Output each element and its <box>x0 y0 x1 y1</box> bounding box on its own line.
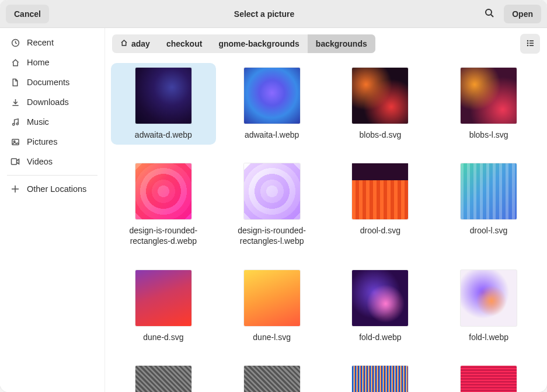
file-item[interactable] <box>328 361 433 392</box>
file-thumbnail <box>135 68 191 124</box>
svg-point-10 <box>527 40 529 41</box>
svg-point-12 <box>527 42 529 44</box>
search-icon <box>485 8 494 19</box>
sidebar-item-documents[interactable]: Documents <box>0 72 104 92</box>
file-item[interactable] <box>111 361 216 392</box>
file-item[interactable] <box>220 361 325 392</box>
file-thumbnail <box>352 163 408 219</box>
file-thumbnail <box>244 270 300 326</box>
breadcrumb: adaycheckoutgnome-backgroundsbackgrounds <box>112 34 375 53</box>
file-name: design-is-rounded-rectangles-l.webp <box>225 225 319 246</box>
breadcrumb-label: aday <box>131 39 150 48</box>
file-item[interactable]: fold-l.webp <box>436 265 541 347</box>
file-item[interactable] <box>436 361 541 392</box>
sidebar-item-label: Documents <box>27 78 69 87</box>
file-name: design-is-rounded-rectangles-d.webp <box>117 225 210 246</box>
sidebar-item-label: Recent <box>27 38 54 47</box>
file-name: blobs-d.svg <box>360 130 402 140</box>
file-thumbnail <box>461 366 517 392</box>
file-thumbnail <box>135 366 191 392</box>
breadcrumb-segment[interactable]: checkout <box>158 34 210 53</box>
breadcrumb-segment[interactable]: backgrounds <box>308 34 375 53</box>
file-item[interactable]: dune-l.svg <box>220 265 325 347</box>
videos-icon <box>11 157 20 166</box>
file-thumbnail <box>352 366 408 392</box>
file-item[interactable]: design-is-rounded-rectangles-l.webp <box>220 159 325 251</box>
clock-icon <box>11 38 20 47</box>
main-panel: adaycheckoutgnome-backgroundsbackgrounds… <box>105 28 547 392</box>
file-thumbnail <box>352 68 408 124</box>
file-name: drool-d.svg <box>360 225 400 236</box>
file-name: dune-l.svg <box>253 332 291 342</box>
file-grid[interactable]: adwaita-d.webpadwaita-l.webpblobs-d.svgb… <box>105 60 547 392</box>
sidebar-item-recent[interactable]: Recent <box>0 33 104 52</box>
home-icon <box>11 58 20 67</box>
file-item[interactable]: fold-d.webp <box>328 265 433 347</box>
downloads-icon <box>11 97 20 107</box>
svg-point-3 <box>12 123 14 125</box>
file-thumbnail <box>135 163 191 219</box>
svg-point-0 <box>486 9 492 15</box>
svg-rect-15 <box>529 45 534 46</box>
file-item[interactable]: drool-l.svg <box>436 159 541 251</box>
places-sidebar: RecentHomeDocumentsDownloadsMusicPicture… <box>0 28 105 392</box>
music-icon <box>11 117 20 127</box>
file-name: fold-d.webp <box>359 332 401 342</box>
file-thumbnail <box>352 270 408 326</box>
file-item[interactable]: blobs-d.svg <box>328 63 433 145</box>
documents-icon <box>11 78 20 87</box>
file-thumbnail <box>461 270 517 326</box>
list-view-icon <box>526 39 534 49</box>
file-name: adwaita-l.webp <box>245 130 299 140</box>
file-thumbnail <box>461 163 517 219</box>
plus-icon <box>11 184 20 194</box>
window-title: Select a picture <box>54 9 475 19</box>
file-item[interactable]: dune-d.svg <box>111 265 216 347</box>
svg-rect-11 <box>529 40 534 41</box>
sidebar-item-pictures[interactable]: Pictures <box>0 132 104 152</box>
svg-point-14 <box>527 44 529 46</box>
file-name: adwaita-d.webp <box>135 130 192 140</box>
file-name: blobs-l.svg <box>469 130 508 140</box>
body: RecentHomeDocumentsDownloadsMusicPicture… <box>0 28 547 392</box>
file-thumbnail <box>244 366 300 392</box>
file-item[interactable]: blobs-l.svg <box>436 63 541 145</box>
file-name: dune-d.svg <box>143 332 183 342</box>
open-button[interactable]: Open <box>504 5 541 23</box>
cancel-button[interactable]: Cancel <box>6 5 49 23</box>
file-item[interactable]: adwaita-l.webp <box>220 63 325 145</box>
breadcrumb-label: checkout <box>166 39 202 48</box>
sidebar-item-label: Videos <box>27 157 53 166</box>
svg-point-4 <box>16 123 18 124</box>
svg-line-1 <box>491 15 493 17</box>
sidebar-item-label: Other Locations <box>27 184 86 194</box>
sidebar-separator <box>7 175 97 176</box>
breadcrumb-label: gnome-backgrounds <box>218 39 299 48</box>
breadcrumb-segment[interactable]: aday <box>112 34 158 53</box>
file-item[interactable]: design-is-rounded-rectangles-d.webp <box>111 159 216 251</box>
file-item[interactable]: drool-d.svg <box>328 159 433 251</box>
view-toggle-button[interactable] <box>520 34 540 54</box>
file-thumbnail <box>244 68 300 124</box>
svg-rect-13 <box>529 43 534 44</box>
search-button[interactable] <box>479 4 499 24</box>
sidebar-item-other-locations[interactable]: Other Locations <box>0 179 104 199</box>
sidebar-item-label: Music <box>27 117 49 127</box>
path-toolbar: adaycheckoutgnome-backgroundsbackgrounds <box>105 28 547 60</box>
sidebar-item-downloads[interactable]: Downloads <box>0 92 104 112</box>
file-name: drool-l.svg <box>470 225 508 236</box>
file-item[interactable]: adwaita-d.webp <box>111 63 216 145</box>
sidebar-item-home[interactable]: Home <box>0 52 104 72</box>
file-name: fold-l.webp <box>469 332 508 342</box>
file-chooser-window: Cancel Select a picture Open RecentHomeD… <box>0 0 547 392</box>
header-bar: Cancel Select a picture Open <box>0 0 547 28</box>
file-thumbnail <box>244 163 300 219</box>
pictures-icon <box>11 137 20 146</box>
sidebar-item-music[interactable]: Music <box>0 112 104 132</box>
sidebar-item-label: Pictures <box>27 137 57 146</box>
breadcrumb-label: backgrounds <box>316 39 367 48</box>
breadcrumb-segment[interactable]: gnome-backgrounds <box>210 34 307 53</box>
home-icon <box>120 39 128 48</box>
svg-rect-7 <box>12 159 17 164</box>
sidebar-item-videos[interactable]: Videos <box>0 152 104 172</box>
